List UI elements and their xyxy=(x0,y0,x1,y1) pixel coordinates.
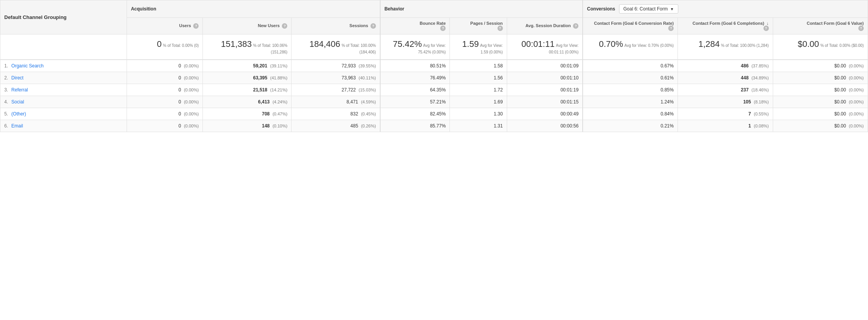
bounce-rate-cell: 80.51% xyxy=(380,60,450,72)
sessions-cell: 72,933 (39.55%) xyxy=(292,60,380,72)
totals-users-cell: 0 % of Total: 0.00% (0) xyxy=(127,34,203,60)
totals-users-sub: % of Total: 0.00% (0) xyxy=(163,43,199,48)
completions-header-label: Contact Form (Goal 6 Completions) xyxy=(693,21,764,26)
conv-rate-help-icon[interactable]: ? xyxy=(668,26,674,31)
channel-link[interactable]: Direct xyxy=(11,75,23,81)
bounce-rate-cell: 64.35% xyxy=(380,84,450,96)
goal-dropdown-button[interactable]: Goal 6: Contact Form ▼ xyxy=(619,4,678,14)
behavior-label: Behavior xyxy=(384,6,404,12)
goal-dropdown-label: Goal 6: Contact Form xyxy=(623,6,668,12)
analytics-table-container: Default Channel Grouping Acquisition Beh… xyxy=(0,0,868,132)
value-cell: $0.00 (0.00%) xyxy=(773,108,868,120)
channel-cell: 4. Social xyxy=(0,96,127,108)
sessions-header-label: Sessions xyxy=(350,23,368,28)
pages-session-label: Pages / Session xyxy=(470,21,503,26)
channel-link[interactable]: Organic Search xyxy=(11,63,43,69)
completions-col-header: Contact Form (Goal 6 Completions) ↓ ? xyxy=(678,18,773,34)
sessions-cell: 832 (0.45%) xyxy=(292,108,380,120)
totals-bounce-sub: Avg for View: 75.42% (0.00%) xyxy=(418,43,446,54)
totals-completions-cell: 1,284 % of Total: 100.00% (1,284) xyxy=(678,34,773,60)
avg-session-help-icon[interactable]: ? xyxy=(573,23,578,29)
table-row: 6. Email 0 (0.00%) 148 (0.10%) 485 (0.26… xyxy=(0,120,868,132)
value-cell: $0.00 (0.00%) xyxy=(773,84,868,96)
conv-rate-header-label: Contact Form (Goal 6 Conversion Rate) xyxy=(594,21,674,26)
bounce-help-icon[interactable]: ? xyxy=(440,26,446,31)
table-row: 1. Organic Search 0 (0.00%) 59,201 (39.1… xyxy=(0,60,868,72)
row-number: 3. xyxy=(4,87,8,93)
totals-conv-rate-cell: 0.70% Avg for View: 0.70% (0.00%) xyxy=(583,34,678,60)
totals-value-cell: $0.00 % of Total: 0.00% ($0.00) xyxy=(773,34,868,60)
channel-cell: 1. Organic Search xyxy=(0,60,127,72)
channel-link[interactable]: Referral xyxy=(11,87,28,93)
totals-value-sub: % of Total: 0.00% ($0.00) xyxy=(820,43,864,48)
pages-session-col-header: Pages / Session ? xyxy=(450,18,507,34)
value-help-icon[interactable]: ? xyxy=(858,26,864,31)
new-users-header-label: New Users xyxy=(258,23,280,28)
row-number: 2. xyxy=(4,75,8,81)
pages-session-cell: 1.31 xyxy=(450,120,507,132)
bounce-rate-col-header: Bounce Rate ? xyxy=(380,18,450,34)
totals-new-users-cell: 151,383 % of Total: 100.06% (151,286) xyxy=(203,34,292,60)
group-header-row: Default Channel Grouping Acquisition Beh… xyxy=(0,0,868,18)
behavior-group-header: Behavior xyxy=(380,0,583,18)
bounce-rate-cell: 57.21% xyxy=(380,96,450,108)
users-cell: 0 (0.00%) xyxy=(127,108,203,120)
value-cell: $0.00 (0.00%) xyxy=(773,60,868,72)
avg-session-cell: 00:01:09 xyxy=(507,60,583,72)
new-users-cell: 708 (0.47%) xyxy=(203,108,292,120)
bounce-rate-cell: 76.49% xyxy=(380,72,450,84)
conv-rate-cell: 0.84% xyxy=(583,108,678,120)
channel-link[interactable]: (Other) xyxy=(11,111,26,117)
sessions-help-icon[interactable]: ? xyxy=(371,23,376,29)
avg-session-cell: 00:00:49 xyxy=(507,108,583,120)
completions-help-icon[interactable]: ? xyxy=(763,26,769,31)
data-table: 1. Organic Search 0 (0.00%) 59,201 (39.1… xyxy=(0,60,868,132)
totals-sessions-value: 184,406 xyxy=(309,39,340,49)
new-users-help-icon[interactable]: ? xyxy=(282,23,287,29)
sort-down-icon: ↓ xyxy=(767,21,769,26)
totals-completions-value: 1,284 xyxy=(698,39,720,49)
new-users-cell: 6,413 (4.24%) xyxy=(203,96,292,108)
row-number: 1. xyxy=(4,63,8,69)
bounce-rate-cell: 82.45% xyxy=(380,108,450,120)
users-cell: 0 (0.00%) xyxy=(127,120,203,132)
totals-completions-sub: % of Total: 100.00% (1,284) xyxy=(721,43,769,48)
totals-row: 0 % of Total: 0.00% (0) 151,383 % of Tot… xyxy=(0,34,868,60)
channel-link[interactable]: Email xyxy=(11,123,23,129)
totals-sessions-sub: % of Total: 100.00% (184,406) xyxy=(341,43,376,54)
channel-link[interactable]: Social xyxy=(11,99,24,105)
users-cell: 0 (0.00%) xyxy=(127,60,203,72)
channel-cell: 2. Direct xyxy=(0,72,127,84)
avg-session-col-header: Avg. Session Duration ? xyxy=(507,18,583,34)
completions-cell: 237 (18.46%) xyxy=(678,84,773,96)
conv-rate-cell: 0.85% xyxy=(583,84,678,96)
new-users-cell: 63,395 (41.88%) xyxy=(203,72,292,84)
channel-header-label: Default Channel Grouping xyxy=(4,14,67,20)
completions-cell: 7 (0.55%) xyxy=(678,108,773,120)
users-cell: 0 (0.00%) xyxy=(127,96,203,108)
pages-session-cell: 1.58 xyxy=(450,60,507,72)
channel-cell: 6. Email xyxy=(0,120,127,132)
new-users-cell: 148 (0.10%) xyxy=(203,120,292,132)
sessions-col-header: Sessions ? xyxy=(292,18,380,34)
new-users-col-header: New Users ? xyxy=(203,18,292,34)
pages-help-icon[interactable]: ? xyxy=(497,26,503,31)
completions-cell: 1 (0.08%) xyxy=(678,120,773,132)
new-users-cell: 59,201 (39.11%) xyxy=(203,60,292,72)
conv-rate-cell: 1.24% xyxy=(583,96,678,108)
totals-avg-session-cell: 00:01:11 Avg for View: 00:01:11 (0.00%) xyxy=(507,34,583,60)
avg-session-cell: 00:01:15 xyxy=(507,96,583,108)
value-cell: $0.00 (0.00%) xyxy=(773,96,868,108)
sessions-cell: 73,963 (40.11%) xyxy=(292,72,380,84)
table-row: 2. Direct 0 (0.00%) 63,395 (41.88%) 73,9… xyxy=(0,72,868,84)
conv-rate-cell: 0.67% xyxy=(583,60,678,72)
completions-cell: 486 (37.85%) xyxy=(678,60,773,72)
completions-cell: 448 (34.89%) xyxy=(678,72,773,84)
table-row: 5. (Other) 0 (0.00%) 708 (0.47%) 832 (0.… xyxy=(0,108,868,120)
totals-sessions-cell: 184,406 % of Total: 100.00% (184,406) xyxy=(292,34,380,60)
bounce-rate-header-label: Bounce Rate xyxy=(420,21,446,26)
users-help-icon[interactable]: ? xyxy=(193,23,199,29)
conv-rate-col-header: Contact Form (Goal 6 Conversion Rate) ? xyxy=(583,18,678,34)
conversions-label: Conversions xyxy=(587,6,615,12)
sessions-cell: 485 (0.26%) xyxy=(292,120,380,132)
